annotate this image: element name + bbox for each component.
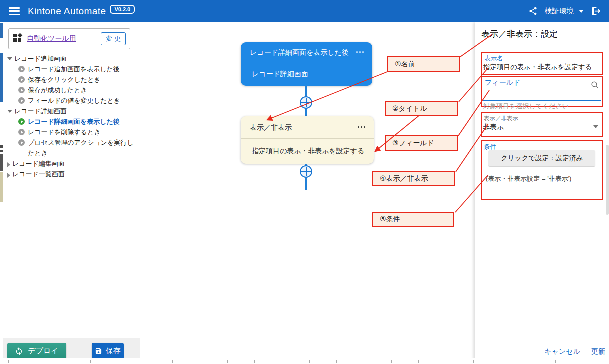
panel-scrollbar[interactable] [606, 145, 609, 215]
event-tree: レコード追加画面 レコード追加画面を表示した後 保存をクリックしたとき 保存が成… [5, 53, 136, 179]
tree-expand-icon[interactable] [7, 162, 10, 167]
field-label: フィールド [485, 78, 520, 87]
app-header: Kintone Automate V0.2.0 検証環境 [0, 0, 609, 22]
app-blocks-icon [13, 33, 23, 45]
condition-region: 条件 クリックで設定：設定済み (表示・非表示設定 = '非表示') [481, 140, 603, 200]
play-icon [18, 129, 25, 135]
add-step-icon[interactable] [300, 96, 312, 109]
tree-event[interactable]: プロセス管理のアクションを実行したとき [5, 137, 136, 158]
annotation-field: ③フィールド [385, 135, 458, 151]
tree-group-record-add[interactable]: レコード追加画面 [5, 53, 136, 64]
sync-icon [15, 347, 23, 355]
environment-label: 検証環境 [545, 6, 574, 16]
logout-icon[interactable] [591, 6, 601, 16]
tree-event[interactable]: 保存をクリックしたとき [5, 74, 136, 85]
display-name-value[interactable]: 指定項目の表示・非表示を設定する [483, 63, 592, 72]
play-icon [18, 97, 25, 104]
more-options-icon[interactable] [356, 51, 364, 53]
chevron-down-icon [579, 10, 584, 13]
chevron-down-icon[interactable] [593, 125, 598, 128]
save-button[interactable]: 保存 [92, 343, 124, 359]
annotation-name: ①名前 [387, 56, 460, 72]
trigger-node-title: レコード詳細画面を表示した後 [250, 48, 349, 56]
action-node-title: 表示／非表示 [250, 123, 292, 131]
select-underline [483, 135, 601, 135]
play-icon [18, 139, 25, 146]
trigger-node-subtitle: レコード詳細画面 [241, 62, 372, 85]
field-select-region: フィールド 対象項目を選択してください [481, 76, 603, 107]
tree-expand-icon[interactable] [7, 173, 10, 178]
play-icon [18, 76, 25, 83]
tree-event-active[interactable]: レコード詳細画面を表示した後 [5, 116, 136, 127]
tree-event[interactable]: 保存が成功したとき [5, 85, 136, 95]
add-step-icon[interactable] [300, 165, 312, 178]
action-node-subtitle: 指定項目の表示・非表示を設定する [241, 139, 374, 163]
app-name-link[interactable]: 自動化ツール用 [27, 34, 97, 43]
display-name-label: 表示名 [485, 54, 503, 63]
tree-event[interactable]: フィールドの値を変更したとき [5, 95, 136, 106]
tree-group-record-detail[interactable]: レコード詳細画面 [5, 106, 136, 116]
panel-title: 表示／非表示：設定 [481, 28, 558, 40]
search-icon[interactable] [590, 80, 600, 92]
field-placeholder: 対象項目を選択してください [483, 102, 569, 111]
visibility-select[interactable]: 非表示 [483, 123, 504, 132]
update-button[interactable]: 更新 [591, 347, 605, 356]
hamburger-menu-icon[interactable] [9, 7, 20, 15]
environment-selector[interactable]: 検証環境 [545, 6, 584, 16]
app-title: Kintone Automate [28, 6, 106, 17]
tree-collapse-icon[interactable] [7, 110, 12, 113]
divider [483, 196, 601, 196]
tree-event[interactable]: レコードを削除するとき [5, 127, 136, 137]
visibility-label: 表示／非表示 [484, 115, 518, 122]
settings-panel: 表示／非表示：設定 表示名 指定項目の表示・非表示を設定する フィールド 対象項… [475, 22, 609, 364]
share-icon[interactable] [528, 6, 538, 16]
more-options-icon[interactable] [358, 126, 366, 128]
play-icon [18, 87, 25, 93]
tree-group-record-edit[interactable]: レコード編集画面 [5, 158, 136, 169]
flow-canvas[interactable]: レコード詳細画面を表示した後 レコード詳細画面 表示／非表示 指定項目の表示・非… [140, 22, 475, 364]
tree-group-record-list[interactable]: レコード一覧画面 [5, 169, 136, 179]
version-badge: V0.2.0 [110, 5, 135, 14]
annotation-condition: ⑤条件 [372, 212, 454, 227]
play-icon-green [18, 118, 25, 125]
play-icon [18, 66, 25, 72]
visibility-select-region: 表示／非表示 非表示 [481, 112, 603, 137]
display-name-region: 表示名 指定項目の表示・非表示を設定する [481, 52, 603, 75]
action-node[interactable]: 表示／非表示 指定項目の表示・非表示を設定する [241, 116, 374, 164]
deploy-button[interactable]: デプロイ [7, 343, 66, 359]
sidebar: 自動化ツール用 変 更 レコード追加画面 レコード追加画面を表示した後 保存をク… [3, 22, 140, 364]
field-input[interactable] [483, 100, 601, 101]
bottom-scroll-ruler [0, 358, 609, 364]
app-window: Kintone Automate V0.2.0 検証環境 自動化ツール用 [0, 0, 609, 364]
trigger-node[interactable]: レコード詳細画面を表示した後 レコード詳細画面 [241, 42, 372, 86]
cancel-button[interactable]: キャンセル [544, 347, 580, 356]
tree-event[interactable]: レコード追加画面を表示した後 [5, 64, 136, 74]
page-minimap-strip [0, 22, 3, 364]
app-selector-box: 自動化ツール用 変 更 [8, 28, 130, 49]
tree-collapse-icon[interactable] [7, 57, 12, 60]
annotation-title: ②タイトル [385, 101, 458, 116]
condition-summary: (表示・非表示設定 = '非表示') [486, 174, 571, 183]
change-app-button[interactable]: 変 更 [101, 32, 126, 45]
floppy-disk-icon [95, 347, 102, 355]
condition-set-button[interactable]: クリックで設定：設定済み [488, 150, 595, 166]
annotation-visibility: ④表示／非表示 [372, 171, 455, 186]
